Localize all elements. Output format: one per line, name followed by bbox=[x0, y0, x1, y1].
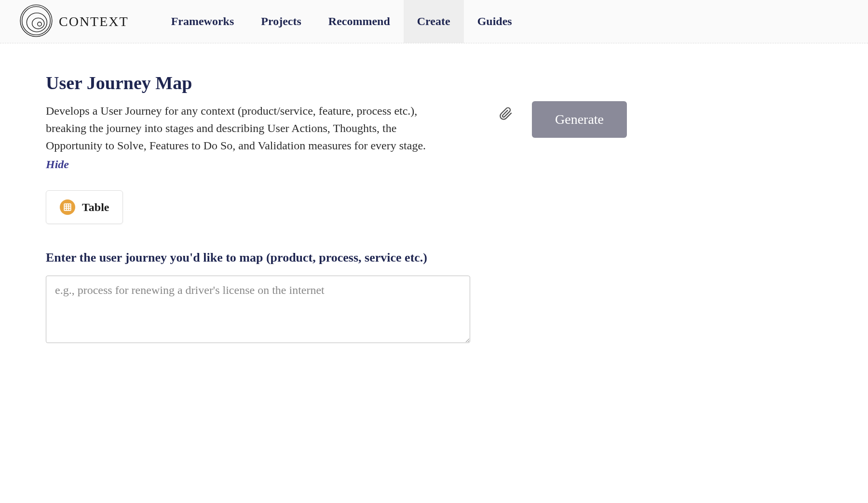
logo-icon bbox=[19, 4, 53, 40]
svg-point-3 bbox=[32, 18, 44, 28]
svg-point-4 bbox=[38, 22, 41, 26]
paperclip-icon[interactable] bbox=[499, 101, 513, 122]
input-label: Enter the user journey you'd like to map… bbox=[46, 251, 480, 265]
main-nav: Frameworks Projects Recommend Create Gui… bbox=[158, 0, 526, 43]
nav-item-create[interactable]: Create bbox=[404, 0, 464, 43]
svg-point-1 bbox=[22, 6, 51, 35]
nav-item-recommend[interactable]: Recommend bbox=[315, 0, 404, 43]
header: CONTEXT Frameworks Projects Recommend Cr… bbox=[0, 0, 868, 43]
journey-input[interactable] bbox=[46, 276, 470, 343]
output-format-label: Table bbox=[82, 201, 109, 214]
page-description: Develops a User Journey for any context … bbox=[46, 102, 432, 154]
generate-button[interactable]: Generate bbox=[532, 101, 627, 138]
nav-item-guides[interactable]: Guides bbox=[464, 0, 526, 43]
nav-item-frameworks[interactable]: Frameworks bbox=[158, 0, 248, 43]
main-column: User Journey Map Develops a User Journey… bbox=[46, 72, 480, 345]
content: User Journey Map Develops a User Journey… bbox=[0, 43, 868, 374]
table-icon bbox=[60, 199, 75, 215]
logo[interactable]: CONTEXT bbox=[19, 4, 129, 40]
nav-item-projects[interactable]: Projects bbox=[247, 0, 315, 43]
hide-toggle[interactable]: Hide bbox=[46, 158, 69, 171]
side-column: Generate bbox=[499, 72, 627, 345]
output-format-tag[interactable]: Table bbox=[46, 190, 123, 224]
svg-rect-5 bbox=[64, 204, 71, 211]
brand-name: CONTEXT bbox=[59, 14, 129, 29]
page-title: User Journey Map bbox=[46, 72, 480, 93]
